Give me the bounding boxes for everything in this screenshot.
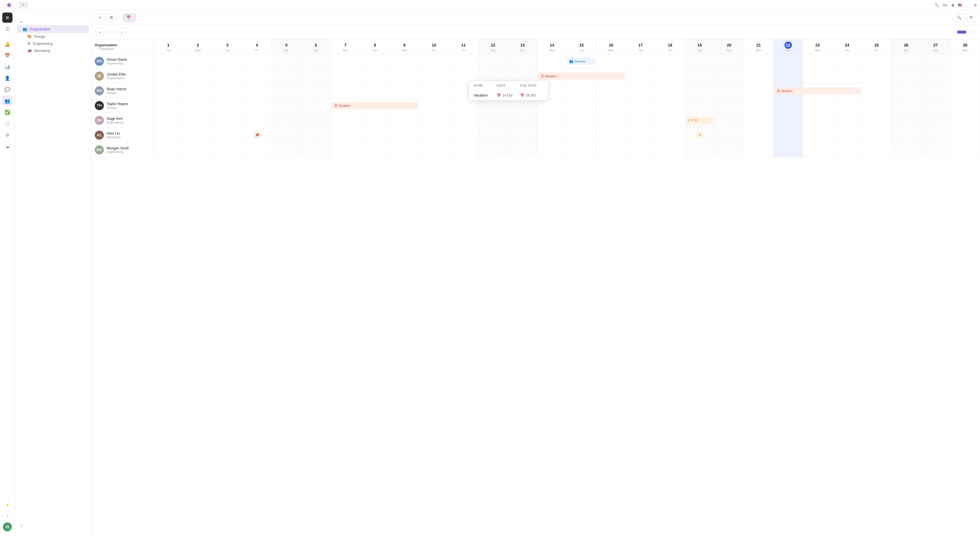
calendar-cell-3-22 [803,98,832,113]
help-support-btn[interactable]: ? [15,521,91,531]
member-row-header-5: ALAlex LiuMarketing [91,128,154,142]
calendar-cell-0-15 [597,54,626,69]
grid-view-btn[interactable]: ⊞ [107,13,116,22]
calendar-cell-6-1 [183,142,213,157]
calendar-cell-0-26 [921,54,950,69]
calendar-cell-1-1 [183,69,213,83]
calendar-cell-3-3 [242,98,272,113]
user-avatar-btn[interactable]: JS [3,522,12,531]
chat-btn[interactable]: 💬 [2,84,13,94]
calendar-cell-6-2 [213,142,242,157]
calendar-cell-5-16 [626,128,655,142]
app-logo-btn[interactable]: ⊞ [2,13,13,23]
new-tab-btn[interactable]: + [19,2,28,8]
users-btn[interactable]: 👥 [2,96,13,106]
filter-btn[interactable]: ⚡ [2,500,13,510]
calendar-cell-3-5 [301,98,331,113]
member-row-header-4: SKSage KimEngineering [91,113,154,128]
event-bar-5-pto[interactable]: ☀ [696,131,703,139]
day-header-16: 16Wed [597,40,626,54]
calendar-cell-5-10 [449,128,478,142]
bell-btn[interactable]: 🔔 [2,39,13,49]
event-bar-4-pto[interactable]: ☀PTO [686,117,714,124]
calendar-cell-4-11 [478,113,508,128]
calendar-cell-0-21 [773,54,803,69]
calendar-cell-1-8 [390,69,419,83]
person-btn[interactable]: 👤 [2,73,13,83]
calendar-btn[interactable]: 📅 [2,50,13,61]
today-btn[interactable] [107,30,115,34]
member-avatar-4: SK [95,116,104,125]
chart-btn[interactable]: 📊 [2,62,13,72]
day-header-14: 14Mon [538,40,567,54]
help-btn[interactable]: ? [2,511,13,521]
calendar-cell-3-23 [832,98,862,113]
calendar-cell-5-13 [538,128,567,142]
day-header-21: 21Mon [744,40,773,54]
calendar-cell-0-6 [331,54,360,69]
member-dept-4: Engineering [107,121,123,124]
hr-tab[interactable] [3,2,16,8]
calendar-cell-1-24 [862,69,891,83]
calendar-cell-0-4 [272,54,301,69]
departments-section[interactable]: ▾ [15,19,91,25]
day-header-2: 2Wed [183,40,213,54]
calendar-cell-4-26 [921,113,950,128]
member-dept-3: Design [107,106,128,109]
search-btn[interactable]: 🔍 [954,13,964,22]
calendar-cell-6-20 [744,142,773,157]
calendar-cell-4-12 [508,113,538,128]
year-view-btn[interactable] [966,31,975,34]
calendar-cell-1-20 [744,69,773,83]
calendar-cell-6-6 [331,142,360,157]
event-bar-5-pto[interactable]: 📌 [253,131,261,139]
member-name-3: Taylor Hayes [107,102,128,106]
month-view-btn[interactable] [957,31,966,34]
calendar-cell-2-17 [655,83,685,98]
day-header-25: 25Fri [862,40,891,54]
schedule-view-btn[interactable]: 📅 [123,13,135,22]
search-icon[interactable]: 🔍 [935,3,939,7]
tooltip-col-due: DUE DATE [520,84,543,87]
expand-btn[interactable]: ⧉ [967,13,975,22]
event-bar-1-vacation[interactable]: 🏖Vacation [538,72,625,80]
next-month-btn[interactable]: › [118,28,126,36]
calendar-cell-0-3 [242,54,272,69]
member-avatar-0: OD [95,57,104,66]
calendar-cell-4-14 [567,113,597,128]
menu-btn[interactable]: ☰ [2,24,13,34]
event-bar-0-remote[interactable]: 👥Remote [568,57,595,65]
calendar-cell-2-0 [154,83,183,98]
event-bar-2-vacation[interactable]: 🏖Vacation [774,87,861,94]
calendar-cell-5-21 [773,128,803,142]
member-row-header-0: ODOmari DavisEngineering [91,54,154,69]
calendar-cell-5-24 [862,128,891,142]
prev-month-btn[interactable]: ‹ [96,28,104,36]
nav-engineering[interactable]: ⚙ Engineering [17,40,89,47]
theme-icon[interactable]: ◑ [951,3,954,7]
calendar-cell-2-8 [390,83,419,98]
calendar-cell-3-4 [272,98,301,113]
doc-btn[interactable]: 📄 [2,118,13,129]
calendar-cell-0-20 [744,54,773,69]
nav-organization[interactable]: 👥 Organization [17,25,89,33]
nav-marketing[interactable]: 📣 Marketing [17,47,89,54]
nav-design[interactable]: 🎨 Design [17,33,89,40]
font-icon[interactable]: Aa [943,3,947,7]
cloud-btn[interactable]: ☁ [2,141,13,151]
calendar-cell-1-4 [272,69,301,83]
calendar-cell-2-18 [685,83,714,98]
calendar-cell-1-23 [832,69,862,83]
window-expand-icon[interactable]: ⧉ [974,3,977,7]
calendar-cell-6-3 [242,142,272,157]
settings-btn[interactable]: ⚙ [2,130,13,140]
calendar-cell-4-18: ☀PTO [685,113,714,128]
calendar-cell-0-12 [508,54,538,69]
checklist-btn[interactable]: ✅ [2,107,13,117]
calendar-cell-5-18: ☀ [685,128,714,142]
event-bar-3-vacation[interactable]: 🏖Vacation [331,102,418,109]
design-icon: 🎨 [27,34,32,38]
list-view-btn[interactable]: ≡ [96,13,104,22]
calendar-cell-3-2 [213,98,242,113]
calendar-cell-1-27 [950,69,980,83]
